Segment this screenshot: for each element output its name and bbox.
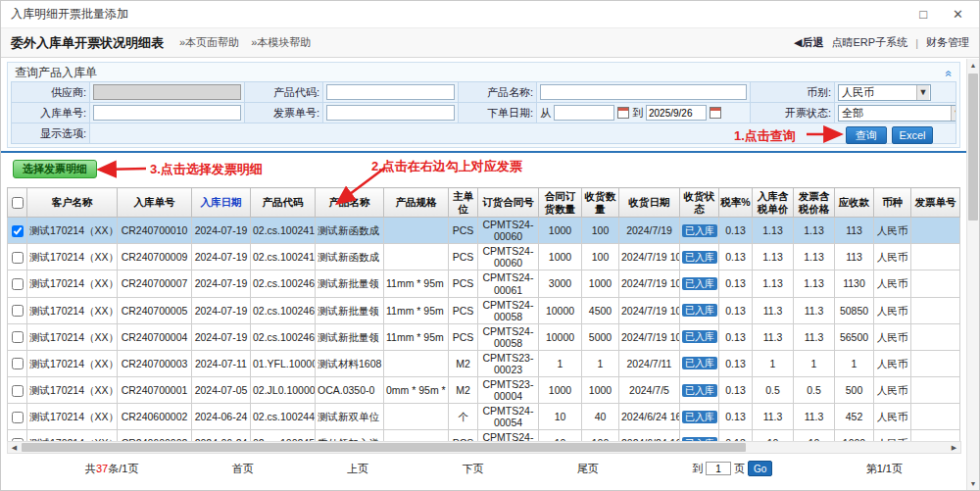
cell-inbound-no: CR240700005 bbox=[118, 297, 192, 323]
cell-tax-rate: 0.13 bbox=[719, 218, 753, 244]
scroll-left-icon[interactable]: ◀ bbox=[8, 442, 21, 453]
cell-inbound-date: 2024-07-05 bbox=[192, 376, 251, 403]
cell-unit: PCS bbox=[449, 244, 478, 270]
date-to-label: 到 bbox=[632, 106, 643, 121]
inbound-no-input[interactable] bbox=[93, 105, 241, 121]
status-badge: 已入库 bbox=[682, 277, 717, 290]
currency-select[interactable]: 人民币 ▼ bbox=[838, 84, 931, 101]
cell-inbound-no: CR240700001 bbox=[118, 376, 192, 403]
invoice-status-select[interactable]: 全部 ▼ bbox=[838, 105, 956, 122]
supplier-input[interactable] bbox=[93, 84, 241, 100]
row-checkbox[interactable] bbox=[12, 358, 24, 369]
search-button[interactable]: 查询 bbox=[846, 126, 887, 144]
row-checkbox[interactable] bbox=[12, 278, 24, 290]
cell-receivable: 1 bbox=[835, 350, 874, 376]
finance-module-link[interactable]: 财务管理 bbox=[926, 35, 969, 50]
query-panel: 查询产品入库单 « 供应商: 产品代码: 产品名称: 币别: bbox=[7, 62, 960, 148]
cell-product-spec: 11mm * 95m bbox=[384, 270, 449, 297]
vertical-scroll-thumb[interactable] bbox=[968, 74, 978, 221]
row-checkbox[interactable] bbox=[12, 412, 24, 423]
table-row[interactable]: 测试170214（XX）CR2407000092024-07-1902.cs.1… bbox=[8, 244, 960, 270]
help-module-link[interactable]: »本模块帮助 bbox=[251, 35, 311, 50]
cell-contract-qty: 3000 bbox=[539, 270, 582, 297]
row-checkbox[interactable] bbox=[12, 225, 24, 237]
page-number-input[interactable] bbox=[706, 462, 731, 475]
invoice-no-input[interactable] bbox=[326, 105, 455, 121]
cell-invoice-tax-price: 1.13 bbox=[794, 218, 835, 244]
restore-icon[interactable]: □ bbox=[919, 8, 927, 21]
collapse-icon[interactable]: « bbox=[943, 70, 956, 76]
horizontal-scrollbar[interactable]: ◀ ▶ bbox=[7, 441, 961, 454]
cell-contract-no: CPMTS24-00060 bbox=[478, 218, 539, 244]
cell-invoice-no bbox=[911, 270, 960, 297]
table-row[interactable]: 测试170214（XX）CR2406000022024-06-2402.cs.1… bbox=[8, 404, 960, 430]
scroll-down-icon[interactable]: ▼ bbox=[967, 477, 979, 490]
cell-product-spec: 11mm * 95m bbox=[384, 323, 449, 350]
date-from-label: 从 bbox=[540, 106, 551, 121]
order-date-label: 下单日期: bbox=[459, 103, 537, 123]
cell-product-name: 测试材料1608 bbox=[316, 350, 384, 376]
column-header-inbound-date[interactable]: 入库日期 bbox=[192, 188, 251, 218]
row-checkbox[interactable] bbox=[12, 331, 24, 343]
cell-unit: PCS bbox=[449, 323, 478, 350]
chevron-down-icon: ▼ bbox=[951, 106, 956, 121]
next-page-link[interactable]: 下页 bbox=[462, 462, 483, 476]
cell-unit: PCS bbox=[449, 297, 478, 323]
cell-customer-name: 测试170214（XX） bbox=[27, 350, 118, 376]
cell-product-code: 02.cs.100241 bbox=[251, 218, 316, 244]
close-icon[interactable]: ✕ bbox=[953, 8, 963, 21]
column-header-receivable: 应收款 bbox=[835, 188, 874, 218]
table-row[interactable]: 测试170214（XX）CR2407000032024-07-1101.YFL.… bbox=[8, 350, 960, 376]
select-all-checkbox[interactable] bbox=[12, 197, 24, 209]
cell-receivable: 500 bbox=[835, 376, 874, 403]
vertical-scrollbar[interactable]: ▲ ▼ bbox=[966, 59, 979, 490]
cell-receivable: 452 bbox=[835, 404, 874, 430]
back-link[interactable]: ◀后退 bbox=[794, 35, 823, 50]
order-date-to-input[interactable] bbox=[646, 105, 707, 121]
select-invoice-detail-button[interactable]: 选择发票明细 bbox=[13, 160, 97, 178]
last-page-link[interactable]: 尾页 bbox=[577, 462, 599, 476]
invoice-status-label: 开票状态: bbox=[751, 103, 835, 123]
column-header-received-qty: 收货数量 bbox=[582, 188, 619, 218]
product-code-input[interactable] bbox=[326, 84, 455, 100]
cell-status: 已入库 bbox=[680, 404, 719, 430]
column-header-customer-name: 客户名称 bbox=[27, 188, 118, 218]
cell-invoice-tax-price: 1.13 bbox=[794, 244, 835, 270]
help-page-link[interactable]: »本页面帮助 bbox=[179, 35, 239, 50]
erp-system-link[interactable]: 点晴ERP子系统 bbox=[832, 35, 908, 50]
table-row[interactable]: 测试170214（XX）CR2407000072024-07-1902.cs.1… bbox=[8, 270, 960, 297]
cell-inbound-date: 2024-07-19 bbox=[192, 244, 251, 270]
cell-contract-qty: 10000 bbox=[539, 297, 582, 323]
prev-page-link[interactable]: 上页 bbox=[347, 462, 368, 476]
calendar-icon[interactable] bbox=[710, 107, 721, 119]
cell-invoice-tax-price: 11.3 bbox=[794, 297, 835, 323]
cell-customer-name: 测试170214（XX） bbox=[27, 297, 118, 323]
scroll-right-icon[interactable]: ▶ bbox=[948, 442, 960, 453]
column-header-inbound-tax-price: 入库含税单价 bbox=[753, 188, 794, 218]
excel-button[interactable]: Excel bbox=[892, 126, 933, 144]
row-checkbox[interactable] bbox=[12, 252, 24, 264]
row-checkbox[interactable] bbox=[12, 305, 24, 317]
table-row[interactable]: 测试170214（XX）CR2407000012024-07-0502.JL0.… bbox=[8, 376, 960, 403]
table-row[interactable]: 测试170214（XX）CR2407000042024-07-1902.cs.1… bbox=[8, 323, 960, 350]
cell-currency: 人民币 bbox=[874, 218, 911, 244]
row-checkbox[interactable] bbox=[12, 385, 24, 397]
horizontal-scroll-thumb[interactable] bbox=[22, 443, 746, 452]
cell-received-date: 2024/7/5 bbox=[619, 376, 680, 403]
status-badge: 已入库 bbox=[682, 330, 717, 343]
table-row[interactable]: 测试170214（XX）CR2407000052024-07-1902.cs.1… bbox=[8, 297, 960, 323]
column-header-invoice-tax-price: 发票含税价格 bbox=[794, 188, 835, 218]
cell-contract-qty: 1000 bbox=[539, 376, 582, 403]
supplier-label: 供应商: bbox=[12, 82, 90, 103]
cell-product-name: 测试新批量领 bbox=[316, 297, 384, 323]
scroll-up-icon[interactable]: ▲ bbox=[967, 59, 979, 72]
product-code-label: 产品代码: bbox=[245, 82, 323, 103]
order-date-from-input[interactable] bbox=[554, 105, 614, 121]
calendar-icon[interactable] bbox=[617, 107, 629, 119]
first-page-link[interactable]: 首页 bbox=[232, 462, 254, 476]
cell-contract-qty: 10000 bbox=[539, 323, 582, 350]
cell-contract-qty: 10 bbox=[539, 404, 582, 430]
table-row[interactable]: 测试170214（XX）CR2407000102024-07-1902.cs.1… bbox=[8, 218, 960, 244]
product-name-input[interactable] bbox=[540, 84, 747, 100]
go-button[interactable]: Go bbox=[748, 461, 772, 476]
